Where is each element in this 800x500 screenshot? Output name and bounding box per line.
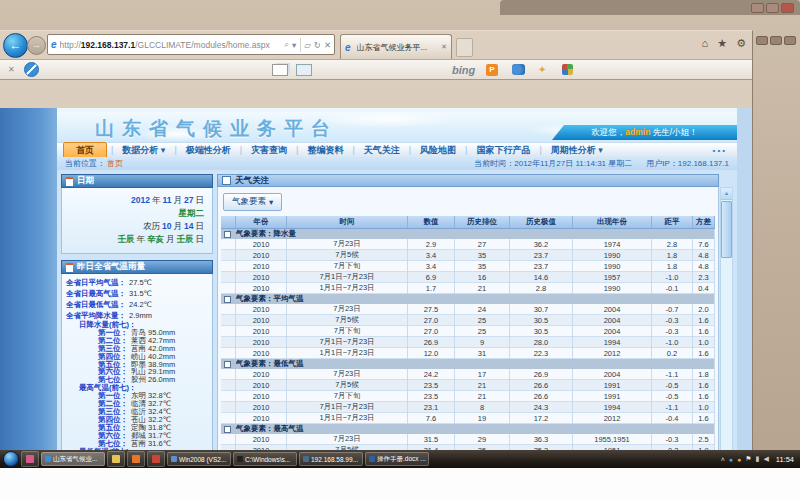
table-cell: 4.8 <box>693 250 715 261</box>
back-button[interactable]: ← <box>3 33 28 58</box>
table-cell: -1.1 <box>652 369 693 380</box>
calendar-token: 日 <box>196 195 205 205</box>
bg-btn-1[interactable] <box>756 36 768 45</box>
autocomplete-dropdown-icon[interactable]: ▾ <box>292 40 296 50</box>
taskbar-window-button[interactable]: C:\Windows\s... <box>233 452 297 466</box>
group-checkbox[interactable] <box>224 426 231 433</box>
table-cell: 2010 <box>236 337 287 348</box>
vertical-scrollbar[interactable]: ▲ ▼ <box>720 187 733 483</box>
table-cell: -0.5 <box>652 391 693 402</box>
row-checkbox-column <box>221 413 236 424</box>
nav-item-5[interactable]: 天气关注 <box>355 144 409 157</box>
table-cell: 1.8 <box>652 261 693 272</box>
table-row: 20107月5候23.52126.61991-0.51.6 <box>221 380 715 391</box>
search-icon[interactable]: ⌕ <box>284 39 289 50</box>
group-checkbox[interactable] <box>224 231 231 238</box>
browser-navigation-row: ← → e http://192.168.137.1/GLCCLIMATE/mo… <box>0 31 752 59</box>
taskbar-icon-chrome[interactable] <box>147 451 165 467</box>
stat-value: 31.5℃ <box>129 289 152 298</box>
table-row: 20107月下旬23.52126.61991-0.51.6 <box>221 391 715 402</box>
row-checkbox-column <box>221 380 236 391</box>
forward-button[interactable]: → <box>27 36 46 55</box>
nav-item-7[interactable]: 国家下行产品 <box>467 144 539 157</box>
toolbar-mail-icon[interactable] <box>296 64 312 76</box>
taskbar-icon-pinned-app[interactable] <box>21 451 39 467</box>
table-cell: 7月下旬 <box>287 391 408 402</box>
toolbar-app-icon-2[interactable]: ✦ <box>538 64 546 75</box>
bg-btn-3[interactable] <box>784 36 796 45</box>
table-cell: 30.5 <box>510 315 573 326</box>
scrollbar-up-arrow[interactable]: ▲ <box>721 188 732 200</box>
system-tray: ˄●●⚑▮◀ 11:54 <box>721 455 797 464</box>
table-cell: 7.6 <box>693 239 715 250</box>
group-checkbox[interactable] <box>224 296 231 303</box>
new-tab-button[interactable] <box>456 38 473 57</box>
show-hidden-icons[interactable]: ˄ <box>721 456 725 463</box>
toolbar-app-icon-3[interactable] <box>562 64 573 75</box>
nav-item-0[interactable]: 首页 <box>63 142 107 159</box>
table-row: 20101月1日~7月23日1.7212.81990-0.10.4 <box>221 283 715 294</box>
toolbar-app-icon-1[interactable] <box>512 64 525 75</box>
favorites-star-icon[interactable]: ★ <box>717 37 727 50</box>
taskbar-window-button[interactable]: 操作手册.docx ... <box>365 452 429 466</box>
bg-btn-2[interactable] <box>770 36 782 45</box>
table-cell: 1.6 <box>693 391 715 402</box>
nav-item-4[interactable]: 整编资料 <box>298 144 352 157</box>
table-cell: 24 <box>455 304 510 315</box>
table-cell: 0.4 <box>693 283 715 294</box>
table-row: 20107月1日~7月23日26.9928.01994-1.01.0 <box>221 337 715 348</box>
table-cell: 21 <box>455 380 510 391</box>
element-filter-button[interactable]: 气象要素▾ <box>223 193 282 211</box>
compatibility-view-icon[interactable]: ▱ <box>304 40 311 50</box>
group-header-cell: 气象要素：最高气温 <box>221 424 715 435</box>
calendar-line: 星期二 <box>62 207 204 220</box>
security-icon[interactable]: ● <box>737 456 741 463</box>
refresh-icon[interactable]: ↻ <box>314 40 321 50</box>
tools-gear-icon[interactable]: ⚙ <box>736 37 746 50</box>
toolbar-compass-icon[interactable] <box>24 62 39 77</box>
taskbar-window-button[interactable]: Win2008 (VS2... <box>167 452 231 466</box>
stop-icon[interactable]: ✕ <box>324 40 331 50</box>
home-icon[interactable]: ⌂ <box>702 37 709 50</box>
scrollbar-thumb[interactable] <box>721 201 732 258</box>
table-cell: 0.2 <box>652 348 693 359</box>
nav-item-8[interactable]: 周期性分析 ▾ <box>542 144 612 157</box>
toolbar-cards-icon[interactable] <box>272 64 288 76</box>
bg-maximize-button[interactable] <box>766 3 779 13</box>
table-cell: 2004 <box>573 315 652 326</box>
bing-logo[interactable]: bing <box>452 64 475 76</box>
toolbar-close-icon[interactable]: ✕ <box>8 65 15 74</box>
network-icon[interactable]: ▮ <box>756 455 760 463</box>
calendar-token: 27 <box>184 195 193 205</box>
bg-minimize-button[interactable] <box>751 3 764 13</box>
taskbar-icon-media-player[interactable] <box>127 451 145 467</box>
nav-item-3[interactable]: 灾害查询 <box>242 144 296 157</box>
volume-icon[interactable]: ◀ <box>763 455 768 463</box>
nav-item-1[interactable]: 数据分析 ▾ <box>113 144 174 157</box>
action-center-flag-icon[interactable]: ⚑ <box>745 455 751 463</box>
group-header-row: 气象要素：降水量 <box>221 229 715 240</box>
messenger-icon[interactable]: ● <box>729 456 733 463</box>
table-cell: 7月5候 <box>287 250 408 261</box>
row-checkbox-column <box>221 402 236 413</box>
bing-p-icon[interactable]: P <box>486 64 498 76</box>
bg-close-button[interactable] <box>781 3 794 13</box>
table-cell: 1.6 <box>693 413 715 424</box>
taskbar-icon-explorer[interactable] <box>107 451 125 467</box>
table-cell: 1974 <box>573 239 652 250</box>
address-bar[interactable]: e http://192.168.137.1/GLCCLIMATE/module… <box>47 34 335 55</box>
tab-close-icon[interactable]: ✕ <box>441 43 447 51</box>
taskbar-window-button[interactable]: 192.168.58.99... <box>299 452 363 466</box>
table-cell: 23.5 <box>408 391 455 402</box>
browser-tab[interactable]: e 山东省气候业务平... ✕ <box>340 34 452 59</box>
column-header: 出现年份 <box>573 216 652 229</box>
group-checkbox[interactable] <box>224 361 231 368</box>
nav-more-dots[interactable]: ••• <box>713 146 727 155</box>
table-cell: 7月下旬 <box>287 261 408 272</box>
nav-item-2[interactable]: 极端性分析 <box>177 144 240 157</box>
taskbar-clock[interactable]: 11:54 <box>776 455 794 464</box>
taskbar-window-button[interactable]: 山东省气候业... <box>41 452 105 466</box>
start-button[interactable] <box>3 451 19 467</box>
table-cell: 2012 <box>573 348 652 359</box>
nav-item-6[interactable]: 风险地图 <box>411 144 465 157</box>
